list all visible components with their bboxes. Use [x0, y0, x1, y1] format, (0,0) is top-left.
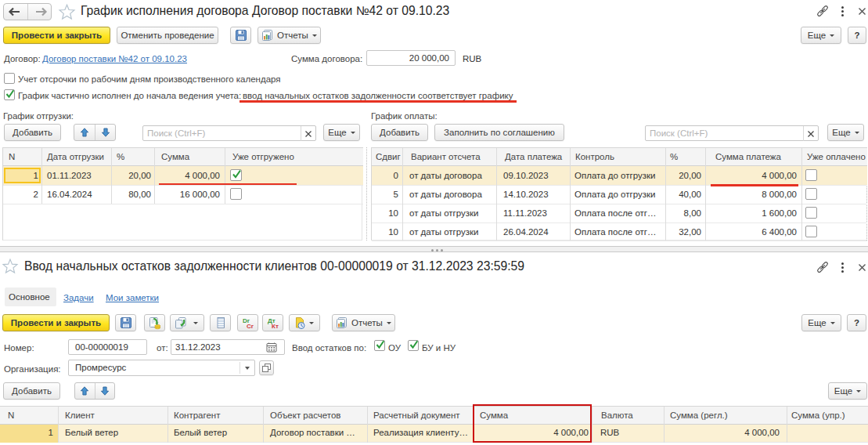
svg-text:Cr: Cr	[247, 323, 254, 330]
svg-text:Кт: Кт	[272, 323, 279, 330]
